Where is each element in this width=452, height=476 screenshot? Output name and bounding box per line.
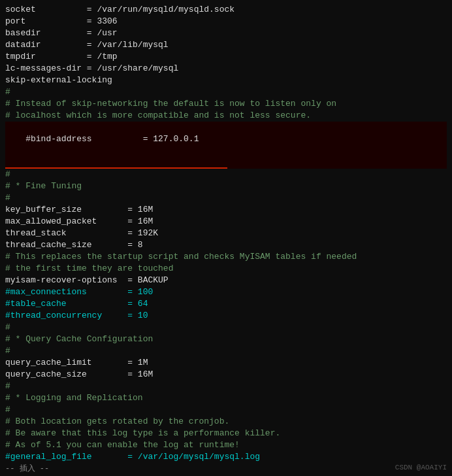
line-datadir: datadir = /var/lib/mysql [5,39,447,51]
line-hash1: # [5,86,447,98]
line-comment-replaces: # This replaces the startup script and c… [5,251,447,263]
line-comment-querycache: # * Query Cache Configuration [5,333,447,345]
line-hash2: # [5,169,447,180]
line-hash3: # [5,192,447,204]
line-hash6: # [5,381,447,392]
line-tablecache: #table_cache = 64 [5,298,447,310]
line-bind-address: #bind-address = 127.0.0.1 [5,122,447,169]
line-tmpdir: tmpdir = /tmp [5,51,447,63]
status-text: -- 插入 -- [5,464,49,473]
line-querycachesize: query_cache_size = 16M [5,369,447,381]
line-lcmessages: lc-messages-dir = /usr/share/mysql [5,63,447,75]
watermark: CSDN @AOAIYI [395,462,447,473]
line-comment-51: # As of 5.1 you can enable the log at ru… [5,439,447,451]
line-myisam: myisam-recover-options = BACKUP [5,275,447,286]
line-keybuffer: key_buffer_size = 16M [5,204,447,216]
line-threadconcurrency: #thread_concurrency = 10 [5,310,447,322]
line-threadstack: thread_stack = 192K [5,228,447,239]
line-comment-skipnet: # Instead of skip-networking the default… [5,98,447,110]
line-comment-logging: # * Logging and Replication [5,392,447,404]
red-underline [5,167,227,169]
line-comment-firsttime: # the first time they are touched [5,263,447,275]
line-hash4: # [5,322,447,333]
terminal: socket = /var/run/mysqld/mysqld.sock por… [0,0,452,476]
line-querycachelimit: query_cache_limit = 1M [5,357,447,369]
line-hash5: # [5,345,447,357]
line-basedir: basedir = /usr [5,27,447,39]
line-comment-finetuning: # * Fine Tuning [5,180,447,192]
line-hash7: # [5,404,447,416]
line-comment-rotated: # Both location gets rotated by the cron… [5,416,447,428]
line-comment-localhost: # localhost which is more compatible and… [5,110,447,122]
line-maxconn: #max_connections = 100 [5,286,447,298]
line-port: port = 3306 [5,16,447,27]
line-threadcache: thread_cache_size = 8 [5,239,447,251]
line-comment-killer: # Be aware that this log type is a perfo… [5,428,447,439]
line-socket: socket = /var/run/mysqld/mysqld.sock [5,4,447,16]
line-maxpacket: max_allowed_packet = 16M [5,216,447,228]
line-skipext: skip-external-locking [5,75,447,86]
status-bar: -- 插入 -- CSDN @AOAIYI [0,462,452,476]
